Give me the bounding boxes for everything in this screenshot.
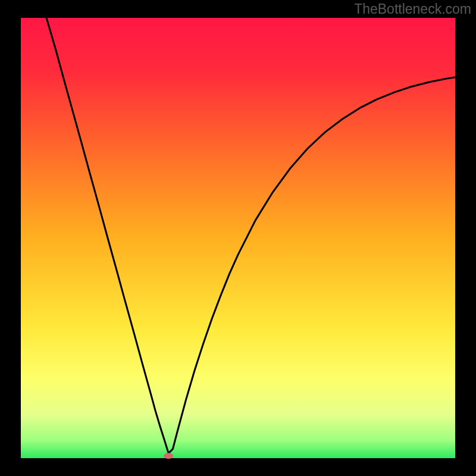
chart-svg bbox=[0, 0, 476, 476]
watermark-text: TheBottleneck.com bbox=[354, 1, 471, 17]
vertex-marker bbox=[164, 453, 173, 459]
plot-area bbox=[21, 18, 455, 458]
chart-frame: TheBottleneck.com bbox=[0, 0, 476, 476]
